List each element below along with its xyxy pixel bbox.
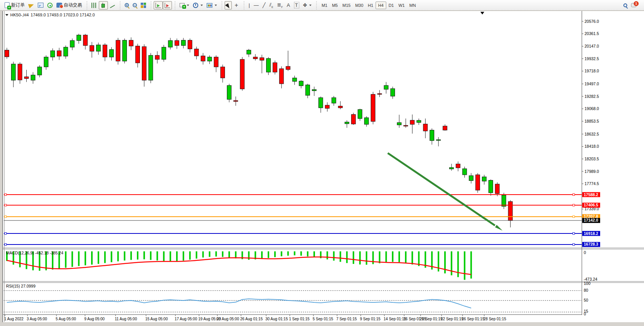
level-handle-right[interactable] bbox=[573, 194, 575, 196]
timeframe-button-M5[interactable]: M5 bbox=[330, 2, 340, 9]
level-handle-left[interactable] bbox=[5, 233, 6, 235]
candle-body[interactable] bbox=[96, 45, 101, 51]
candle-body[interactable] bbox=[77, 35, 81, 40]
periods-button[interactable] bbox=[191, 1, 205, 10]
timeframe-button-M30[interactable]: M30 bbox=[353, 2, 365, 9]
level-handle-left[interactable] bbox=[5, 243, 6, 245]
level-handle-left[interactable] bbox=[5, 216, 6, 217]
candle-body[interactable] bbox=[129, 40, 133, 46]
candle-body[interactable] bbox=[436, 140, 440, 141]
candle-body[interactable] bbox=[51, 51, 55, 57]
candle-body[interactable] bbox=[260, 58, 264, 60]
candle-body[interactable] bbox=[450, 168, 454, 169]
candle-body[interactable] bbox=[377, 94, 382, 94]
auto-scroll-button[interactable] bbox=[154, 1, 163, 10]
candle-body[interactable] bbox=[207, 57, 212, 61]
hline-tool-button[interactable]: — bbox=[252, 1, 260, 10]
candlestick-chart-button[interactable] bbox=[99, 1, 108, 10]
candle-body[interactable] bbox=[109, 50, 114, 57]
tile-windows-button[interactable] bbox=[139, 1, 148, 10]
timeframe-button-MN[interactable]: MN bbox=[407, 2, 418, 9]
candle-body[interactable] bbox=[103, 45, 107, 57]
candle-body[interactable] bbox=[279, 69, 284, 84]
candle-body[interactable] bbox=[64, 47, 68, 56]
candle-body[interactable] bbox=[214, 57, 218, 67]
candle-body[interactable] bbox=[273, 63, 277, 72]
candle-body[interactable] bbox=[188, 40, 192, 49]
candle-body[interactable] bbox=[24, 77, 29, 79]
candle-body[interactable] bbox=[351, 115, 355, 124]
candle-body[interactable] bbox=[90, 45, 94, 51]
timeframe-button-M15[interactable]: M15 bbox=[340, 2, 353, 9]
candle-body[interactable] bbox=[417, 120, 421, 123]
candle-body[interactable] bbox=[31, 75, 35, 80]
candle-body[interactable] bbox=[332, 97, 336, 103]
cursor-tool-button[interactable] bbox=[225, 1, 232, 10]
candle-body[interactable] bbox=[11, 64, 16, 80]
candle-body[interactable] bbox=[345, 122, 349, 124]
candle-body[interactable] bbox=[83, 35, 87, 45]
timeframe-button-H1[interactable]: H1 bbox=[366, 2, 376, 9]
level-handle-left[interactable] bbox=[5, 204, 6, 206]
candle-body[interactable] bbox=[358, 110, 362, 119]
channel-tool-button[interactable]: ⫽E bbox=[267, 1, 275, 10]
candle-body[interactable] bbox=[116, 40, 120, 61]
candle-body[interactable] bbox=[469, 176, 473, 181]
chart-window-button[interactable] bbox=[36, 1, 45, 10]
candle-body[interactable] bbox=[371, 94, 375, 121]
candle-body[interactable] bbox=[423, 124, 427, 131]
candle-body[interactable] bbox=[456, 164, 460, 168]
candle-body[interactable] bbox=[267, 59, 271, 72]
candle-body[interactable] bbox=[397, 123, 401, 125]
candle-body[interactable] bbox=[292, 78, 297, 82]
candle-body[interactable] bbox=[305, 85, 310, 95]
search-button[interactable] bbox=[622, 1, 629, 10]
fibonacci-tool-button[interactable]: ≣F bbox=[275, 1, 285, 10]
text-label-tool-button[interactable]: T bbox=[292, 1, 301, 10]
vline-tool-button[interactable]: | bbox=[247, 1, 252, 10]
candle-body[interactable] bbox=[325, 105, 329, 108]
autotrade-button[interactable]: 自动交易 bbox=[55, 1, 84, 10]
candle-body[interactable] bbox=[299, 81, 303, 86]
bar-chart-button[interactable] bbox=[90, 1, 99, 10]
candle-body[interactable] bbox=[18, 64, 22, 80]
candle-body[interactable] bbox=[247, 50, 251, 54]
level-handle-left[interactable] bbox=[5, 194, 6, 196]
chart-canvas[interactable]: 20576.020361.520147.019932.519718.019497… bbox=[3, 11, 644, 322]
timeframe-button-H4[interactable]: H4 bbox=[376, 2, 386, 9]
candle-body[interactable] bbox=[384, 85, 388, 89]
candle-body[interactable] bbox=[162, 47, 166, 59]
candle-body[interactable] bbox=[149, 55, 153, 80]
arrows-tool-button[interactable]: ✥ bbox=[301, 1, 314, 10]
candle-body[interactable] bbox=[201, 56, 205, 61]
candle-body[interactable] bbox=[443, 126, 447, 130]
candle-body[interactable] bbox=[155, 55, 159, 59]
candle-body[interactable] bbox=[44, 57, 48, 67]
candle-body[interactable] bbox=[220, 67, 225, 78]
candle-body[interactable] bbox=[168, 40, 172, 47]
candle-body[interactable] bbox=[319, 97, 323, 108]
candle-body[interactable] bbox=[122, 40, 127, 61]
candle-body[interactable] bbox=[502, 195, 506, 206]
candle-body[interactable] bbox=[430, 130, 434, 141]
candle-body[interactable] bbox=[175, 40, 179, 45]
text-tool-button[interactable]: A bbox=[285, 1, 292, 10]
candle-body[interactable] bbox=[240, 59, 244, 89]
candle-body[interactable] bbox=[70, 40, 74, 47]
candle-body[interactable] bbox=[5, 50, 9, 57]
candle-body[interactable] bbox=[475, 175, 480, 190]
line-chart-button[interactable] bbox=[108, 1, 117, 10]
zoom-in-button[interactable]: + bbox=[123, 1, 131, 10]
zoom-out-button[interactable]: − bbox=[131, 1, 139, 10]
candle-body[interactable] bbox=[338, 106, 342, 108]
candle-body[interactable] bbox=[312, 89, 316, 91]
timeframe-button-M1[interactable]: M1 bbox=[319, 2, 329, 9]
candle-body[interactable] bbox=[234, 101, 238, 101]
candle-body[interactable] bbox=[489, 180, 493, 193]
candle-body[interactable] bbox=[227, 85, 231, 99]
level-handle-right[interactable] bbox=[573, 216, 575, 217]
candle-body[interactable] bbox=[404, 125, 408, 126]
candle-body[interactable] bbox=[37, 67, 42, 75]
signals-button[interactable] bbox=[45, 1, 55, 10]
new-order-button[interactable]: 新订单 bbox=[3, 1, 27, 10]
